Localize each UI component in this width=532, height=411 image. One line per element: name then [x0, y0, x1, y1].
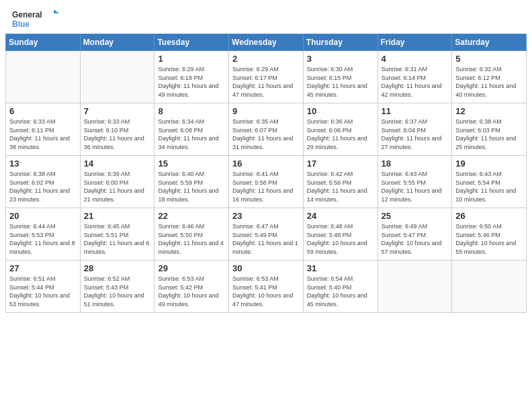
day-info: Sunrise: 6:29 AMSunset: 6:18 PMDaylight:…	[158, 65, 225, 99]
day-number: 10	[307, 106, 374, 116]
day-number: 14	[84, 158, 151, 169]
calendar-body: 1Sunrise: 6:29 AMSunset: 6:18 PMDaylight…	[6, 51, 527, 313]
calendar-cell: 15Sunrise: 6:40 AMSunset: 5:59 PMDayligh…	[154, 156, 229, 208]
day-number: 20	[9, 211, 77, 221]
day-number: 28	[84, 263, 151, 273]
calendar-cell: 7Sunrise: 6:33 AMSunset: 6:10 PMDaylight…	[80, 103, 154, 156]
day-number: 31	[307, 263, 374, 273]
calendar-cell: 3Sunrise: 6:30 AMSunset: 6:15 PMDaylight…	[303, 51, 378, 103]
day-number: 29	[158, 263, 225, 273]
day-number: 1	[158, 54, 225, 64]
day-number: 13	[9, 158, 77, 169]
day-info: Sunrise: 6:51 AMSunset: 5:44 PMDaylight:…	[9, 275, 77, 308]
day-number: 6	[9, 106, 77, 116]
day-number: 11	[382, 106, 449, 116]
calendar-cell: 1Sunrise: 6:29 AMSunset: 6:18 PMDaylight…	[154, 51, 229, 103]
calendar-cell	[378, 261, 452, 313]
weekday-header-saturday: Saturday	[452, 34, 527, 51]
calendar-cell: 30Sunrise: 6:53 AMSunset: 5:41 PMDayligh…	[229, 261, 304, 313]
day-number: 21	[84, 211, 151, 221]
day-info: Sunrise: 6:46 AMSunset: 5:50 PMDaylight:…	[158, 222, 225, 256]
calendar-cell	[6, 51, 81, 103]
calendar-table: SundayMondayTuesdayWednesdayThursdayFrid…	[5, 34, 527, 313]
day-number: 24	[307, 211, 374, 221]
day-info: Sunrise: 6:38 AMSunset: 6:02 PMDaylight:…	[9, 170, 77, 203]
calendar-cell: 5Sunrise: 6:32 AMSunset: 6:12 PMDaylight…	[452, 51, 527, 103]
day-info: Sunrise: 6:32 AMSunset: 6:12 PMDaylight:…	[455, 65, 523, 99]
day-number: 19	[455, 158, 523, 169]
calendar-cell	[452, 261, 527, 313]
weekday-header-tuesday: Tuesday	[154, 34, 229, 51]
day-info: Sunrise: 6:52 AMSunset: 5:43 PMDaylight:…	[84, 275, 151, 308]
calendar-cell: 11Sunrise: 6:37 AMSunset: 6:04 PMDayligh…	[378, 103, 452, 156]
day-number: 7	[84, 106, 151, 116]
calendar-cell: 25Sunrise: 6:49 AMSunset: 5:47 PMDayligh…	[378, 208, 452, 261]
day-info: Sunrise: 6:31 AMSunset: 6:14 PMDaylight:…	[382, 65, 449, 99]
day-number: 17	[307, 158, 374, 169]
day-number: 5	[455, 54, 523, 64]
day-number: 3	[307, 54, 374, 64]
day-info: Sunrise: 6:30 AMSunset: 6:15 PMDaylight:…	[307, 65, 374, 99]
calendar-cell	[80, 51, 154, 103]
day-number: 25	[382, 211, 449, 221]
weekday-header-monday: Monday	[80, 34, 154, 51]
day-number: 30	[232, 263, 300, 273]
weekday-header-row: SundayMondayTuesdayWednesdayThursdayFrid…	[6, 34, 527, 51]
calendar-week-1: 1Sunrise: 6:29 AMSunset: 6:18 PMDaylight…	[6, 51, 527, 103]
calendar-cell: 8Sunrise: 6:34 AMSunset: 6:08 PMDaylight…	[154, 103, 229, 156]
calendar-cell: 4Sunrise: 6:31 AMSunset: 6:14 PMDaylight…	[378, 51, 452, 103]
weekday-header-friday: Friday	[378, 34, 452, 51]
day-info: Sunrise: 6:41 AMSunset: 5:58 PMDaylight:…	[232, 170, 300, 203]
day-info: Sunrise: 6:29 AMSunset: 6:17 PMDaylight:…	[232, 65, 300, 99]
day-info: Sunrise: 6:53 AMSunset: 5:41 PMDaylight:…	[232, 275, 300, 308]
calendar-cell: 22Sunrise: 6:46 AMSunset: 5:50 PMDayligh…	[154, 208, 229, 261]
day-info: Sunrise: 6:33 AMSunset: 6:10 PMDaylight:…	[84, 118, 151, 151]
day-info: Sunrise: 6:54 AMSunset: 5:40 PMDaylight:…	[307, 275, 374, 308]
day-info: Sunrise: 6:43 AMSunset: 5:55 PMDaylight:…	[382, 170, 449, 203]
day-info: Sunrise: 6:42 AMSunset: 5:56 PMDaylight:…	[307, 170, 374, 203]
day-number: 22	[158, 211, 225, 221]
svg-text:Blue: Blue	[12, 19, 30, 29]
weekday-header-sunday: Sunday	[6, 34, 81, 51]
day-number: 9	[232, 106, 300, 116]
calendar-week-4: 20Sunrise: 6:44 AMSunset: 5:53 PMDayligh…	[6, 208, 527, 261]
day-info: Sunrise: 6:37 AMSunset: 6:04 PMDaylight:…	[382, 118, 449, 151]
calendar-cell: 29Sunrise: 6:53 AMSunset: 5:42 PMDayligh…	[154, 261, 229, 313]
calendar-cell: 31Sunrise: 6:54 AMSunset: 5:40 PMDayligh…	[303, 261, 378, 313]
day-number: 15	[158, 158, 225, 169]
day-number: 26	[455, 211, 523, 221]
day-number: 18	[382, 158, 449, 169]
day-info: Sunrise: 6:35 AMSunset: 6:07 PMDaylight:…	[232, 118, 300, 151]
calendar-cell: 9Sunrise: 6:35 AMSunset: 6:07 PMDaylight…	[229, 103, 304, 156]
logo: General Blue	[12, 8, 62, 30]
calendar-cell: 20Sunrise: 6:44 AMSunset: 5:53 PMDayligh…	[6, 208, 81, 261]
calendar-cell: 23Sunrise: 6:47 AMSunset: 5:49 PMDayligh…	[229, 208, 304, 261]
calendar-header: SundayMondayTuesdayWednesdayThursdayFrid…	[6, 34, 527, 51]
day-info: Sunrise: 6:48 AMSunset: 5:48 PMDaylight:…	[307, 222, 374, 256]
day-number: 27	[9, 263, 77, 273]
day-info: Sunrise: 6:34 AMSunset: 6:08 PMDaylight:…	[158, 118, 225, 151]
day-number: 23	[232, 211, 300, 221]
logo-icon: General Blue	[12, 8, 62, 30]
calendar-week-5: 27Sunrise: 6:51 AMSunset: 5:44 PMDayligh…	[6, 261, 527, 313]
calendar-cell: 19Sunrise: 6:43 AMSunset: 5:54 PMDayligh…	[452, 156, 527, 208]
day-number: 8	[158, 106, 225, 116]
calendar-week-2: 6Sunrise: 6:33 AMSunset: 6:11 PMDaylight…	[6, 103, 527, 156]
day-info: Sunrise: 6:43 AMSunset: 5:54 PMDaylight:…	[455, 170, 523, 203]
calendar-cell: 26Sunrise: 6:50 AMSunset: 5:46 PMDayligh…	[452, 208, 527, 261]
calendar-week-3: 13Sunrise: 6:38 AMSunset: 6:02 PMDayligh…	[6, 156, 527, 208]
day-info: Sunrise: 6:53 AMSunset: 5:42 PMDaylight:…	[158, 275, 225, 308]
calendar-cell: 27Sunrise: 6:51 AMSunset: 5:44 PMDayligh…	[6, 261, 81, 313]
day-number: 12	[455, 106, 523, 116]
page-header: General Blue	[0, 0, 532, 34]
calendar-cell: 21Sunrise: 6:45 AMSunset: 5:51 PMDayligh…	[80, 208, 154, 261]
calendar-cell: 14Sunrise: 6:39 AMSunset: 6:00 PMDayligh…	[80, 156, 154, 208]
calendar-cell: 17Sunrise: 6:42 AMSunset: 5:56 PMDayligh…	[303, 156, 378, 208]
day-info: Sunrise: 6:40 AMSunset: 5:59 PMDaylight:…	[158, 170, 225, 203]
day-number: 2	[232, 54, 300, 64]
day-info: Sunrise: 6:38 AMSunset: 6:03 PMDaylight:…	[455, 118, 523, 151]
calendar-cell: 18Sunrise: 6:43 AMSunset: 5:55 PMDayligh…	[378, 156, 452, 208]
calendar-cell: 24Sunrise: 6:48 AMSunset: 5:48 PMDayligh…	[303, 208, 378, 261]
calendar-cell: 12Sunrise: 6:38 AMSunset: 6:03 PMDayligh…	[452, 103, 527, 156]
day-info: Sunrise: 6:33 AMSunset: 6:11 PMDaylight:…	[9, 118, 77, 151]
